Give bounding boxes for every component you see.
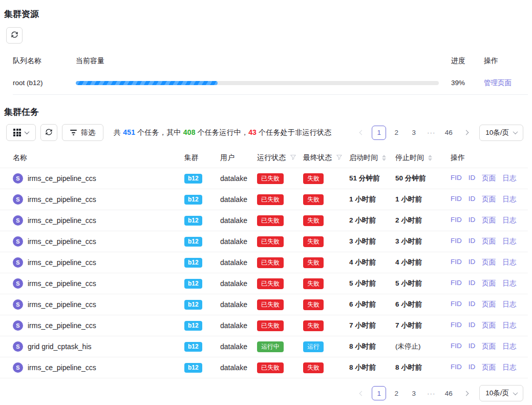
action-link-FID[interactable]: FID bbox=[451, 174, 462, 183]
run-status-badge: 运行中 bbox=[257, 341, 284, 352]
prev-page-button[interactable] bbox=[354, 126, 369, 140]
page-3-button[interactable]: 3 bbox=[407, 386, 421, 400]
task-name: irms_ce_pipeline_ccs bbox=[28, 363, 96, 372]
tasks-refresh-button[interactable] bbox=[40, 124, 57, 141]
action-link-FID[interactable]: FID bbox=[451, 279, 462, 288]
stop-time-cell: 5 小时前 bbox=[395, 279, 451, 288]
stop-time-cell: 3 小时前 bbox=[395, 237, 451, 246]
funnel-icon[interactable] bbox=[290, 154, 296, 162]
col-start-time: 启动时间 bbox=[349, 153, 395, 163]
task-name: irms_ce_pipeline_ccs bbox=[28, 300, 96, 309]
page-size-value: 10条/页 bbox=[485, 389, 509, 398]
layout-dropdown-button[interactable] bbox=[6, 124, 36, 141]
action-link-ID[interactable]: ID bbox=[469, 216, 476, 225]
final-status-badge: 失败 bbox=[303, 257, 324, 268]
action-link-FID[interactable]: FID bbox=[451, 363, 462, 372]
refresh-icon bbox=[11, 31, 18, 40]
action-link-日志[interactable]: 日志 bbox=[502, 279, 516, 288]
action-link-页面[interactable]: 页面 bbox=[482, 342, 496, 351]
row-actions: FIDID页面日志 bbox=[451, 279, 528, 288]
action-link-日志[interactable]: 日志 bbox=[502, 237, 516, 246]
action-link-ID[interactable]: ID bbox=[469, 363, 476, 372]
action-link-ID[interactable]: ID bbox=[469, 321, 476, 330]
page-size-select[interactable]: 10条/页 bbox=[479, 385, 523, 401]
user-cell: datalake bbox=[220, 300, 257, 309]
resources-refresh-button[interactable] bbox=[6, 27, 23, 44]
action-link-页面[interactable]: 页面 bbox=[482, 258, 496, 267]
filter-button[interactable]: 筛选 bbox=[62, 124, 103, 141]
sort-carets-icon[interactable] bbox=[382, 155, 386, 161]
action-link-FID[interactable]: FID bbox=[451, 216, 462, 225]
bottom-pagination: 1 2 3 ··· 46 10条/页 bbox=[354, 385, 523, 401]
page-1-button[interactable]: 1 bbox=[372, 126, 386, 140]
final-status-badge: 失败 bbox=[303, 236, 324, 247]
action-link-FID[interactable]: FID bbox=[451, 342, 462, 351]
action-link-日志[interactable]: 日志 bbox=[502, 342, 516, 351]
avatar: S bbox=[13, 299, 23, 310]
col-run-status: 运行状态 bbox=[257, 153, 303, 163]
page-1-button[interactable]: 1 bbox=[372, 386, 386, 400]
action-link-FID[interactable]: FID bbox=[451, 237, 462, 246]
action-link-FID[interactable]: FID bbox=[451, 321, 462, 330]
manage-page-link[interactable]: 管理页面 bbox=[484, 79, 512, 87]
action-link-日志[interactable]: 日志 bbox=[502, 300, 516, 309]
user-cell: datalake bbox=[220, 321, 257, 330]
action-link-页面[interactable]: 页面 bbox=[482, 279, 496, 288]
row-actions: FIDID页面日志 bbox=[451, 195, 528, 204]
filter-lines-icon bbox=[70, 130, 77, 135]
col-progress: 进度 bbox=[451, 56, 484, 66]
prev-page-button[interactable] bbox=[354, 386, 369, 400]
row-actions: FIDID页面日志 bbox=[451, 321, 528, 330]
avatar: S bbox=[13, 278, 23, 289]
run-status-badge: 已失败 bbox=[257, 320, 284, 331]
action-link-页面[interactable]: 页面 bbox=[482, 321, 496, 330]
action-link-页面[interactable]: 页面 bbox=[482, 195, 496, 204]
summary-text: 个任务运行中， bbox=[196, 128, 249, 136]
page-46-button[interactable]: 46 bbox=[441, 386, 456, 400]
next-page-button[interactable] bbox=[459, 126, 473, 140]
page-size-select[interactable]: 10条/页 bbox=[479, 125, 523, 141]
page-3-button[interactable]: 3 bbox=[407, 126, 421, 140]
tasks-toolbar: 筛选 共 451 个任务，其中 408 个任务运行中，43 个任务处于非运行状态… bbox=[6, 124, 523, 141]
action-link-日志[interactable]: 日志 bbox=[502, 321, 516, 330]
action-link-FID[interactable]: FID bbox=[451, 258, 462, 267]
action-link-页面[interactable]: 页面 bbox=[482, 216, 496, 225]
col-cluster: 集群 bbox=[184, 153, 220, 163]
action-link-页面[interactable]: 页面 bbox=[482, 363, 496, 372]
action-link-ID[interactable]: ID bbox=[469, 195, 476, 204]
action-link-ID[interactable]: ID bbox=[469, 342, 476, 351]
stop-time-cell: 2 小时前 bbox=[395, 216, 451, 225]
action-link-FID[interactable]: FID bbox=[451, 300, 462, 309]
action-link-ID[interactable]: ID bbox=[469, 279, 476, 288]
final-status-badge: 失败 bbox=[303, 215, 324, 226]
stop-time-cell: 6 小时前 bbox=[395, 300, 451, 309]
action-link-FID[interactable]: FID bbox=[451, 195, 462, 204]
funnel-icon[interactable] bbox=[336, 154, 343, 162]
action-link-日志[interactable]: 日志 bbox=[502, 216, 516, 225]
page-ellipsis[interactable]: ··· bbox=[424, 126, 438, 140]
final-status-badge: 失败 bbox=[303, 278, 324, 289]
page-46-button[interactable]: 46 bbox=[441, 126, 456, 140]
avatar: S bbox=[13, 173, 23, 184]
task-name: irms_ce_pipeline_ccs bbox=[28, 279, 96, 288]
sort-carets-icon[interactable] bbox=[428, 155, 432, 161]
action-link-页面[interactable]: 页面 bbox=[482, 300, 496, 309]
action-link-日志[interactable]: 日志 bbox=[502, 174, 516, 183]
action-link-ID[interactable]: ID bbox=[469, 174, 476, 183]
run-status-badge: 已失败 bbox=[257, 278, 284, 289]
action-link-日志[interactable]: 日志 bbox=[502, 258, 516, 267]
action-link-日志[interactable]: 日志 bbox=[502, 195, 516, 204]
start-time-cell: 4 小时前 bbox=[349, 258, 395, 267]
page-2-button[interactable]: 2 bbox=[389, 126, 403, 140]
page-2-button[interactable]: 2 bbox=[389, 386, 403, 400]
action-link-ID[interactable]: ID bbox=[469, 300, 476, 309]
action-link-ID[interactable]: ID bbox=[469, 237, 476, 246]
page-ellipsis[interactable]: ··· bbox=[424, 386, 438, 400]
action-link-页面[interactable]: 页面 bbox=[482, 237, 496, 246]
action-link-ID[interactable]: ID bbox=[469, 258, 476, 267]
action-link-日志[interactable]: 日志 bbox=[502, 363, 516, 372]
user-cell: datalake bbox=[220, 216, 257, 225]
next-page-button[interactable] bbox=[459, 386, 473, 400]
action-link-页面[interactable]: 页面 bbox=[482, 174, 496, 183]
start-time-cell: 1 小时前 bbox=[349, 195, 395, 204]
